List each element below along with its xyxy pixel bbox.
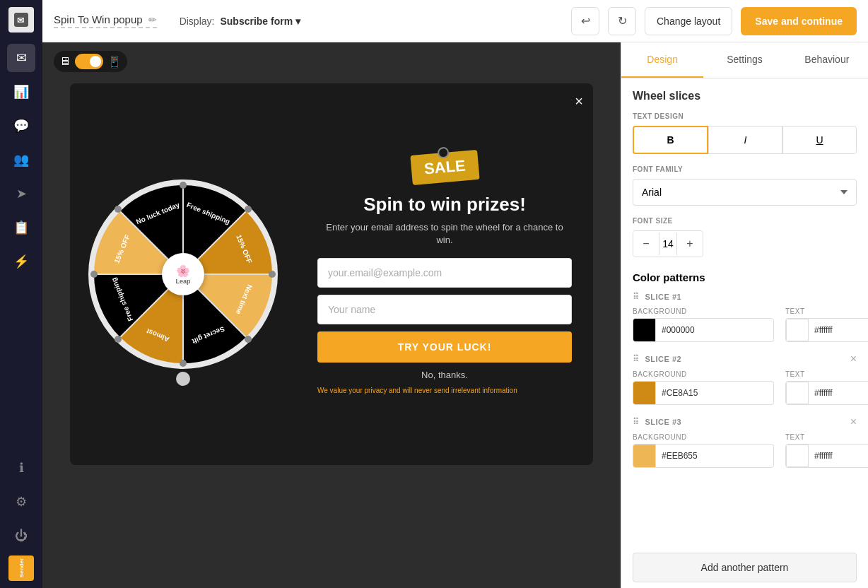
sidebar-item-stats[interactable]: 📊 bbox=[7, 78, 35, 106]
no-thanks-link[interactable]: No, thanks. bbox=[421, 370, 468, 380]
name-input[interactable] bbox=[317, 295, 572, 324]
power-icon: ⏻ bbox=[15, 529, 28, 543]
panel-content: Wheel slices TEXT DESIGN B I U FONT FAMI… bbox=[621, 78, 868, 547]
slice-3-bg-hex[interactable] bbox=[656, 447, 773, 465]
sidebar-item-settings[interactable]: ⚙ bbox=[7, 488, 35, 516]
slice-3-remove[interactable]: × bbox=[850, 416, 857, 428]
italic-icon: I bbox=[744, 134, 747, 146]
slice-1-bg-group: BACKGROUND bbox=[633, 307, 774, 342]
slice-2-remove[interactable]: × bbox=[850, 353, 857, 365]
form-section: SALE Spin to win prizes! Enter your emai… bbox=[296, 139, 593, 410]
sidebar-item-mail[interactable]: ✉ bbox=[7, 44, 35, 72]
sidebar-item-info[interactable]: ℹ bbox=[7, 454, 35, 482]
font-size-decrease[interactable]: − bbox=[633, 231, 659, 257]
edit-title-icon[interactable]: ✏ bbox=[148, 14, 157, 25]
slice-2-bg-hex[interactable] bbox=[656, 384, 773, 402]
display-label: Display: bbox=[180, 16, 215, 27]
topbar-display: Display: Subscribe form ▾ bbox=[180, 16, 301, 27]
try-luck-button[interactable]: TRY YOUR LUCK! bbox=[317, 331, 572, 363]
slice-3-bg-swatch[interactable] bbox=[633, 445, 656, 467]
sidebar-item-power[interactable]: ⏻ bbox=[7, 522, 35, 550]
settings-icon: ⚙ bbox=[16, 494, 27, 510]
sidebar-logo[interactable]: ✉ bbox=[8, 7, 34, 33]
tab-settings-label: Settings bbox=[727, 54, 763, 65]
wheel-center-label: Leap bbox=[175, 278, 190, 285]
change-layout-button[interactable]: Change layout bbox=[645, 7, 732, 35]
slice-1-bg-swatch[interactable] bbox=[633, 319, 656, 341]
email-input[interactable] bbox=[317, 258, 572, 288]
desktop-icon[interactable]: 🖥 bbox=[59, 55, 71, 68]
topbar-title-group: Spin To Win popup ✏ bbox=[54, 13, 157, 28]
italic-button[interactable]: I bbox=[708, 126, 782, 154]
mobile-icon[interactable]: 📱 bbox=[107, 55, 122, 69]
slice-2-section: ⠿ SLICE #2 × BACKGROUND bbox=[633, 353, 857, 405]
wheel-outer: Free shipping 15% OFF Next time Secret g… bbox=[77, 168, 289, 380]
bold-button[interactable]: B bbox=[633, 126, 708, 154]
sender-label: Sender bbox=[18, 558, 25, 577]
svg-point-15 bbox=[180, 360, 187, 367]
slice-1-bg-hex[interactable] bbox=[656, 321, 773, 339]
sort-handle-3[interactable]: ⠿ bbox=[633, 417, 640, 427]
device-toggle: 🖥 📱 bbox=[54, 51, 127, 72]
send-icon: ➤ bbox=[16, 186, 27, 201]
tab-design-label: Design bbox=[647, 54, 678, 65]
display-select[interactable]: Subscribe form ▾ bbox=[220, 16, 300, 27]
font-size-label: FONT SIZE bbox=[633, 217, 857, 225]
slice-2-text-group: TEXT bbox=[785, 370, 868, 405]
slice-3-section: ⠿ SLICE #3 × BACKGROUND bbox=[633, 416, 857, 468]
sidebar: ✉ ✉ 📊 💬 👥 ➤ 📋 ⚡ ℹ ⚙ ⏻ Sender bbox=[0, 0, 42, 588]
slice-2-bg-input bbox=[633, 381, 774, 405]
font-size-increase[interactable]: + bbox=[677, 231, 703, 257]
slice-2-text-hex[interactable] bbox=[809, 384, 868, 402]
slice-1-text-swatch[interactable] bbox=[786, 319, 809, 341]
save-button[interactable]: Save and continue bbox=[741, 7, 857, 35]
slice-2-bg-swatch[interactable] bbox=[633, 382, 656, 404]
underline-button[interactable]: U bbox=[782, 126, 857, 154]
wheel-center: 🌸 Leap bbox=[162, 253, 204, 295]
popup-title: Spin to win prizes! bbox=[363, 194, 526, 216]
sort-handle-1[interactable]: ⠿ bbox=[633, 292, 640, 302]
slice-3-bg-label: BACKGROUND bbox=[633, 433, 774, 441]
preview-toggle[interactable] bbox=[75, 54, 103, 69]
sidebar-item-chat[interactable]: 💬 bbox=[7, 112, 35, 140]
undo-button[interactable]: ↩ bbox=[571, 7, 599, 35]
svg-point-18 bbox=[115, 206, 122, 213]
zap-icon: ⚡ bbox=[13, 254, 29, 269]
tab-behaviour[interactable]: Behaviour bbox=[786, 42, 868, 78]
slice-1-text-hex[interactable] bbox=[809, 321, 868, 339]
sidebar-item-users[interactable]: 👥 bbox=[7, 146, 35, 174]
add-pattern-button[interactable]: Add another pattern bbox=[633, 553, 857, 582]
slice-2-text-swatch[interactable] bbox=[786, 382, 809, 404]
panel-tabs: Design Settings Behaviour bbox=[621, 42, 868, 78]
topbar: Spin To Win popup ✏ Display: Subscribe f… bbox=[42, 0, 868, 42]
redo-button[interactable]: ↻ bbox=[608, 7, 636, 35]
slice-2-label: ⠿ SLICE #2 bbox=[633, 354, 681, 364]
popup-preview: × Free shipping 15% OFF bbox=[70, 83, 593, 465]
slice-1-section: ⠿ SLICE #1 BACKGROUND bbox=[633, 292, 857, 342]
canvas-area: 🖥 📱 × Free shipping bbox=[42, 42, 621, 588]
font-family-select[interactable]: Arial Helvetica Georgia bbox=[633, 179, 857, 206]
right-panel: Design Settings Behaviour Wheel slices T… bbox=[621, 42, 868, 588]
sale-tag: SALE bbox=[410, 150, 479, 185]
slice-1-text-group: TEXT bbox=[785, 307, 868, 342]
sidebar-item-send[interactable]: ➤ bbox=[7, 180, 35, 208]
sidebar-item-calendar[interactable]: 📋 bbox=[7, 213, 35, 242]
underline-icon: U bbox=[816, 134, 823, 146]
slice-1-text-input bbox=[785, 318, 868, 342]
info-icon: ℹ bbox=[19, 460, 24, 476]
tab-design[interactable]: Design bbox=[621, 42, 703, 78]
sort-handle-2[interactable]: ⠿ bbox=[633, 354, 640, 364]
tab-settings[interactable]: Settings bbox=[703, 42, 785, 78]
slice-3-text-hex[interactable] bbox=[809, 447, 868, 465]
sidebar-item-zap[interactable]: ⚡ bbox=[7, 247, 35, 276]
popup-close-button[interactable]: × bbox=[575, 93, 583, 110]
slice-2-header: ⠿ SLICE #2 × bbox=[633, 353, 857, 365]
calendar-icon: 📋 bbox=[13, 220, 29, 235]
slice-1-colors: BACKGROUND TEXT bbox=[633, 307, 857, 342]
color-patterns-title: Color patterns bbox=[633, 271, 857, 283]
users-icon: 👥 bbox=[13, 152, 29, 167]
mail-icon: ✉ bbox=[16, 50, 27, 66]
slice-3-text-swatch[interactable] bbox=[786, 445, 809, 467]
slice-2-colors: BACKGROUND TEXT bbox=[633, 370, 857, 405]
chat-icon: 💬 bbox=[13, 118, 29, 134]
